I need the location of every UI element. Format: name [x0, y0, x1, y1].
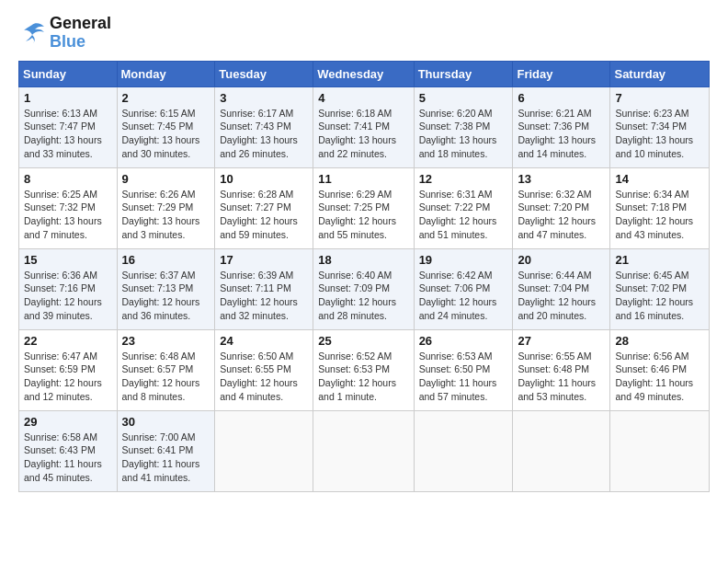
calendar-cell: 9Sunrise: 6:26 AMSunset: 7:29 PMDaylight…: [117, 167, 215, 248]
calendar-cell: 5Sunrise: 6:20 AMSunset: 7:38 PMDaylight…: [414, 86, 513, 167]
calendar-table: SundayMondayTuesdayWednesdayThursdayFrid…: [18, 61, 710, 492]
logo: General Blue: [18, 15, 111, 52]
day-number: 2: [122, 91, 210, 105]
calendar-header-wednesday: Wednesday: [313, 61, 414, 86]
day-number: 6: [518, 91, 605, 105]
day-info: Sunrise: 6:53 AMSunset: 6:50 PMDaylight:…: [419, 350, 508, 404]
day-info: Sunrise: 6:48 AMSunset: 6:57 PMDaylight:…: [122, 350, 210, 404]
calendar-cell: [215, 410, 313, 491]
calendar-cell: 18Sunrise: 6:40 AMSunset: 7:09 PMDayligh…: [313, 248, 414, 329]
day-info: Sunrise: 6:23 AMSunset: 7:34 PMDaylight:…: [615, 107, 704, 161]
day-info: Sunrise: 6:18 AMSunset: 7:41 PMDaylight:…: [318, 107, 408, 161]
day-number: 25: [318, 334, 408, 348]
calendar-header-thursday: Thursday: [414, 61, 513, 86]
day-info: Sunrise: 6:20 AMSunset: 7:38 PMDaylight:…: [419, 107, 508, 161]
day-number: 19: [419, 253, 508, 267]
calendar-cell: 20Sunrise: 6:44 AMSunset: 7:04 PMDayligh…: [513, 248, 610, 329]
calendar-cell: 29Sunrise: 6:58 AMSunset: 6:43 PMDayligh…: [19, 410, 118, 491]
day-info: Sunrise: 6:15 AMSunset: 7:45 PMDaylight:…: [122, 107, 210, 161]
calendar-cell: 15Sunrise: 6:36 AMSunset: 7:16 PMDayligh…: [19, 248, 118, 329]
day-info: Sunrise: 6:47 AMSunset: 6:59 PMDaylight:…: [24, 350, 112, 404]
day-number: 7: [615, 91, 704, 105]
calendar-cell: 22Sunrise: 6:47 AMSunset: 6:59 PMDayligh…: [19, 329, 118, 410]
calendar-cell: 3Sunrise: 6:17 AMSunset: 7:43 PMDaylight…: [215, 86, 313, 167]
day-info: Sunrise: 6:44 AMSunset: 7:04 PMDaylight:…: [518, 269, 605, 323]
calendar-header-sunday: Sunday: [19, 61, 118, 86]
calendar-cell: [313, 410, 414, 491]
day-number: 29: [24, 415, 112, 429]
day-info: Sunrise: 6:26 AMSunset: 7:29 PMDaylight:…: [122, 188, 210, 242]
day-number: 22: [24, 334, 112, 348]
day-number: 3: [220, 91, 308, 105]
day-number: 4: [318, 91, 408, 105]
day-number: 23: [122, 334, 210, 348]
calendar-cell: 1Sunrise: 6:13 AMSunset: 7:47 PMDaylight…: [19, 86, 118, 167]
calendar-cell: 14Sunrise: 6:34 AMSunset: 7:18 PMDayligh…: [610, 167, 710, 248]
calendar-cell: [414, 410, 513, 491]
calendar-cell: 12Sunrise: 6:31 AMSunset: 7:22 PMDayligh…: [414, 167, 513, 248]
calendar-cell: 4Sunrise: 6:18 AMSunset: 7:41 PMDaylight…: [313, 86, 414, 167]
day-info: Sunrise: 6:34 AMSunset: 7:18 PMDaylight:…: [615, 188, 704, 242]
day-number: 12: [419, 172, 508, 186]
calendar-cell: 17Sunrise: 6:39 AMSunset: 7:11 PMDayligh…: [215, 248, 313, 329]
day-number: 9: [122, 172, 210, 186]
day-info: Sunrise: 6:13 AMSunset: 7:47 PMDaylight:…: [24, 107, 112, 161]
day-info: Sunrise: 6:50 AMSunset: 6:55 PMDaylight:…: [220, 350, 308, 404]
day-info: Sunrise: 6:31 AMSunset: 7:22 PMDaylight:…: [419, 188, 508, 242]
day-number: 5: [419, 91, 508, 105]
calendar-cell: 26Sunrise: 6:53 AMSunset: 6:50 PMDayligh…: [414, 329, 513, 410]
day-number: 26: [419, 334, 508, 348]
calendar-cell: 2Sunrise: 6:15 AMSunset: 7:45 PMDaylight…: [117, 86, 215, 167]
calendar-cell: 8Sunrise: 6:25 AMSunset: 7:32 PMDaylight…: [19, 167, 118, 248]
day-info: Sunrise: 6:25 AMSunset: 7:32 PMDaylight:…: [24, 188, 112, 242]
day-info: Sunrise: 6:29 AMSunset: 7:25 PMDaylight:…: [318, 188, 408, 242]
day-number: 11: [318, 172, 408, 186]
day-number: 24: [220, 334, 308, 348]
day-info: Sunrise: 6:37 AMSunset: 7:13 PMDaylight:…: [122, 269, 210, 323]
calendar-cell: 27Sunrise: 6:55 AMSunset: 6:48 PMDayligh…: [513, 329, 610, 410]
calendar-cell: 10Sunrise: 6:28 AMSunset: 7:27 PMDayligh…: [215, 167, 313, 248]
day-number: 18: [318, 253, 408, 267]
day-info: Sunrise: 6:39 AMSunset: 7:11 PMDaylight:…: [220, 269, 308, 323]
day-info: Sunrise: 6:52 AMSunset: 6:53 PMDaylight:…: [318, 350, 408, 404]
calendar-header-row: SundayMondayTuesdayWednesdayThursdayFrid…: [19, 61, 710, 86]
day-info: Sunrise: 6:40 AMSunset: 7:09 PMDaylight:…: [318, 269, 408, 323]
day-info: Sunrise: 6:55 AMSunset: 6:48 PMDaylight:…: [518, 350, 605, 404]
logo-icon: [18, 21, 46, 45]
calendar-cell: 11Sunrise: 6:29 AMSunset: 7:25 PMDayligh…: [313, 167, 414, 248]
calendar-cell: 25Sunrise: 6:52 AMSunset: 6:53 PMDayligh…: [313, 329, 414, 410]
calendar-header-monday: Monday: [117, 61, 215, 86]
day-number: 16: [122, 253, 210, 267]
calendar-cell: 19Sunrise: 6:42 AMSunset: 7:06 PMDayligh…: [414, 248, 513, 329]
calendar-cell: 16Sunrise: 6:37 AMSunset: 7:13 PMDayligh…: [117, 248, 215, 329]
day-number: 1: [24, 91, 112, 105]
day-info: Sunrise: 6:21 AMSunset: 7:36 PMDaylight:…: [518, 107, 605, 161]
day-number: 14: [615, 172, 704, 186]
calendar-cell: 28Sunrise: 6:56 AMSunset: 6:46 PMDayligh…: [610, 329, 710, 410]
day-number: 30: [122, 415, 210, 429]
day-number: 27: [518, 334, 605, 348]
calendar-cell: 6Sunrise: 6:21 AMSunset: 7:36 PMDaylight…: [513, 86, 610, 167]
calendar-cell: 21Sunrise: 6:45 AMSunset: 7:02 PMDayligh…: [610, 248, 710, 329]
page-container: General Blue SundayMondayTuesdayWednesda…: [0, 0, 728, 501]
day-number: 13: [518, 172, 605, 186]
day-info: Sunrise: 7:00 AMSunset: 6:41 PMDaylight:…: [122, 431, 210, 485]
calendar-cell: [513, 410, 610, 491]
day-info: Sunrise: 6:56 AMSunset: 6:46 PMDaylight:…: [615, 350, 704, 404]
day-number: 15: [24, 253, 112, 267]
day-info: Sunrise: 6:32 AMSunset: 7:20 PMDaylight:…: [518, 188, 605, 242]
day-info: Sunrise: 6:42 AMSunset: 7:06 PMDaylight:…: [419, 269, 508, 323]
day-number: 8: [24, 172, 112, 186]
day-number: 10: [220, 172, 308, 186]
calendar-header-friday: Friday: [513, 61, 610, 86]
day-number: 21: [615, 253, 704, 267]
day-info: Sunrise: 6:17 AMSunset: 7:43 PMDaylight:…: [220, 107, 308, 161]
day-number: 17: [220, 253, 308, 267]
calendar-cell: 30Sunrise: 7:00 AMSunset: 6:41 PMDayligh…: [117, 410, 215, 491]
calendar-cell: [610, 410, 710, 491]
day-number: 20: [518, 253, 605, 267]
day-info: Sunrise: 6:58 AMSunset: 6:43 PMDaylight:…: [24, 431, 112, 485]
calendar-header-saturday: Saturday: [610, 61, 710, 86]
day-info: Sunrise: 6:45 AMSunset: 7:02 PMDaylight:…: [615, 269, 704, 323]
calendar-cell: 13Sunrise: 6:32 AMSunset: 7:20 PMDayligh…: [513, 167, 610, 248]
